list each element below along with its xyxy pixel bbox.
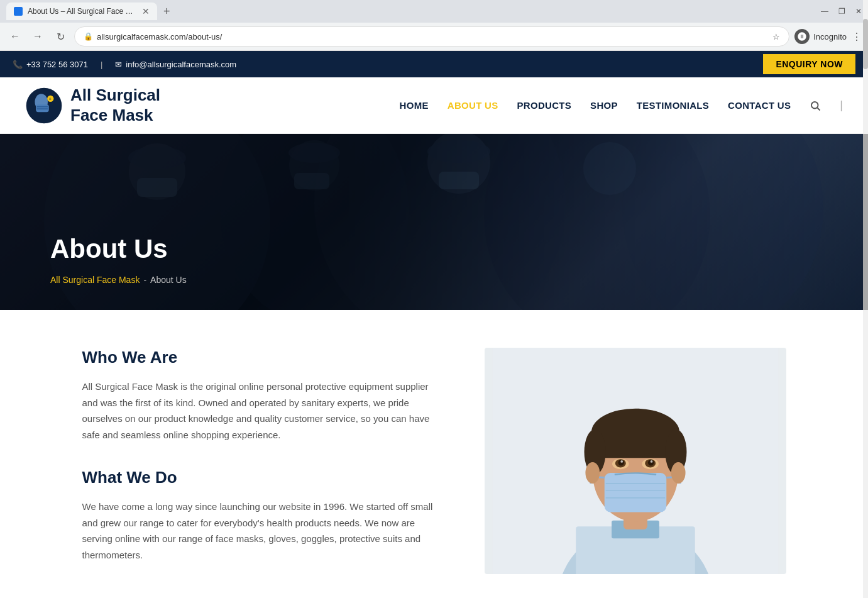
hero-section: About Us All Surgical Face Mask - About … (0, 134, 868, 310)
who-we-are-text: All Surgical Face Mask is the original o… (82, 379, 434, 443)
doctor-image (485, 348, 786, 574)
content-right (485, 348, 786, 588)
nav-products[interactable]: PRODUCTS (517, 100, 572, 111)
site-header: + All Surgical Face Mask HOME ABOUT US P… (0, 77, 868, 134)
svg-rect-42 (604, 473, 666, 512)
contact-info: 📞 +33 752 56 3071 | ✉ info@allsurgicalfa… (13, 60, 236, 69)
svg-rect-4 (37, 108, 48, 109)
breadcrumb-separator: - (143, 275, 146, 285)
enquiry-button[interactable]: ENQUIRY NOW (763, 54, 855, 74)
logo[interactable]: + All Surgical Face Mask (25, 86, 160, 125)
logo-title: All Surgical (70, 86, 160, 105)
tab-close-button[interactable]: ✕ (142, 7, 150, 16)
lock-icon: 🔒 (84, 32, 93, 41)
email-icon: ✉ (115, 60, 122, 69)
scrollbar-thumb[interactable] (863, 19, 868, 69)
breadcrumb: All Surgical Face Mask - About Us (50, 275, 187, 285)
who-we-are-heading: Who We Are (82, 348, 434, 367)
svg-point-7 (811, 102, 818, 109)
svg-point-46 (585, 462, 600, 484)
nav-testimonials[interactable]: TESTIMONIALS (637, 100, 709, 111)
svg-point-40 (620, 460, 623, 463)
what-we-do-heading: What We Do (82, 468, 434, 487)
window-controls: — ❐ ✕ (821, 7, 862, 16)
nav-shop[interactable]: SHOP (590, 100, 618, 111)
logo-icon: + (25, 87, 63, 125)
logo-subtitle: Face Mask (70, 106, 160, 125)
doctor-illustration (485, 348, 786, 574)
phone-info: 📞 +33 752 56 3071 (13, 60, 88, 69)
hero-title: About Us (50, 233, 187, 265)
breadcrumb-link[interactable]: All Surgical Face Mask (50, 275, 140, 285)
browser-titlebar: About Us – All Surgical Face Mas ✕ + — ❐… (0, 0, 868, 23)
search-icon[interactable] (810, 100, 821, 111)
content-left: Who We Are All Surgical Face Mask is the… (82, 348, 434, 588)
browser-addressbar: ← → ↻ 🔒 allsurgicalfacemask.com/about-us… (0, 23, 868, 50)
browser-tab[interactable]: About Us – All Surgical Face Mas ✕ (6, 3, 157, 20)
tab-title: About Us – All Surgical Face Mas (28, 7, 137, 16)
incognito-area[interactable]: Incognito (794, 29, 847, 44)
incognito-label: Incognito (813, 32, 847, 42)
phone-number: +33 752 56 3071 (26, 60, 88, 69)
nav-contact[interactable]: CONTACT US (728, 100, 791, 111)
hero-content: About Us All Surgical Face Mask - About … (0, 233, 187, 285)
svg-line-8 (818, 108, 820, 110)
address-bar[interactable]: 🔒 allsurgicalfacemask.com/about-us/ ☆ (74, 26, 789, 47)
forward-button[interactable]: → (29, 28, 47, 45)
email-info: ✉ info@allsurgicalfacemask.com (115, 60, 236, 69)
back-button[interactable]: ← (6, 28, 24, 45)
browser-chrome: About Us – All Surgical Face Mas ✕ + — ❐… (0, 0, 868, 51)
svg-rect-3 (37, 106, 48, 107)
close-button[interactable]: ✕ (855, 7, 862, 16)
phone-icon: 📞 (13, 60, 23, 69)
svg-point-41 (650, 460, 652, 463)
nav-about[interactable]: ABOUT US (448, 100, 498, 111)
svg-point-47 (671, 462, 685, 484)
breadcrumb-current: About Us (150, 275, 187, 285)
nav-home[interactable]: HOME (400, 100, 429, 111)
email-address: info@allsurgicalfacemask.com (126, 60, 236, 69)
browser-menu-button[interactable]: ⋮ (852, 31, 862, 43)
logo-text: All Surgical Face Mask (70, 86, 160, 125)
new-tab-button[interactable]: + (160, 5, 174, 18)
what-we-do-text: We have come a long way since launching … (82, 499, 434, 563)
reload-button[interactable]: ↻ (52, 28, 69, 45)
tab-favicon (14, 7, 23, 16)
svg-rect-2 (36, 104, 49, 112)
maximize-button[interactable]: ❐ (838, 7, 845, 16)
incognito-avatar (794, 29, 810, 44)
bookmark-icon[interactable]: ☆ (772, 32, 780, 42)
url-text: allsurgicalfacemask.com/about-us/ (97, 32, 769, 42)
top-bar: 📞 +33 752 56 3071 | ✉ info@allsurgicalfa… (0, 51, 868, 77)
main-nav: HOME ABOUT US PRODUCTS SHOP TESTIMONIALS… (400, 99, 843, 112)
main-content: Who We Are All Surgical Face Mask is the… (57, 348, 811, 588)
nav-divider: | (840, 99, 843, 112)
divider: | (101, 60, 102, 69)
minimize-button[interactable]: — (821, 7, 828, 16)
svg-text:+: + (49, 97, 52, 101)
